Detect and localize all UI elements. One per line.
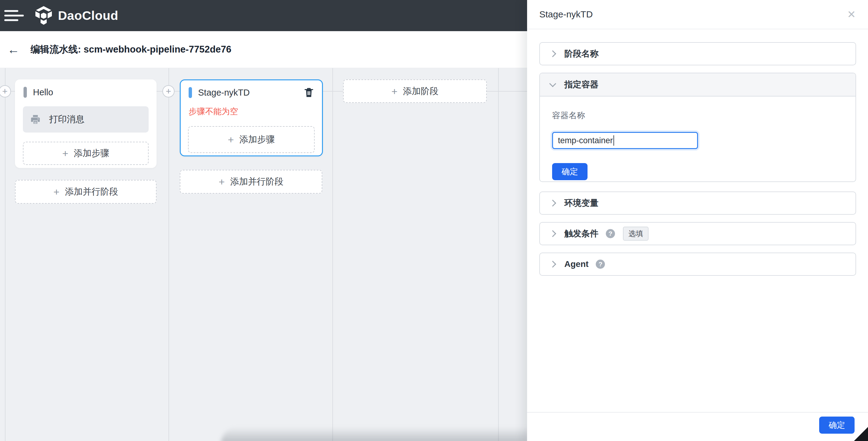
- drawer-title: Stage-nykTD: [539, 9, 593, 20]
- stage-name: Stage-nykTD: [198, 88, 250, 98]
- container-name-input[interactable]: temp-container: [552, 132, 698, 149]
- column-divider: [5, 68, 5, 441]
- drawer-footer-divider: [527, 412, 868, 413]
- daocloud-cube-icon: [34, 5, 53, 26]
- help-icon[interactable]: ?: [606, 229, 615, 238]
- stage-card-hello[interactable]: Hello 打印消息 + 添加步骤: [15, 80, 157, 168]
- section-container: 指定容器 容器名称 temp-container 确定: [539, 73, 856, 182]
- add-step-button[interactable]: + 添加步骤: [188, 126, 315, 153]
- stage-marker: [24, 87, 27, 98]
- connector-line: [322, 91, 344, 92]
- canvas-bottom-shadow: [221, 427, 529, 441]
- step-item-print-message[interactable]: 打印消息: [23, 106, 149, 133]
- step-label: 打印消息: [49, 113, 85, 125]
- plus-icon: +: [392, 86, 398, 96]
- section-agent-toggle[interactable]: Agent ?: [540, 253, 856, 275]
- add-parallel-stage-button[interactable]: + 添加并行阶段: [180, 170, 322, 194]
- drawer-confirm-button[interactable]: 确定: [819, 417, 855, 434]
- section-env-vars-toggle[interactable]: 环境变量: [540, 192, 856, 214]
- section-trigger-condition: 触发条件 ? 选填: [539, 222, 856, 245]
- stage-name: Hello: [33, 87, 53, 97]
- container-confirm-button[interactable]: 确定: [552, 163, 588, 180]
- brand-logo[interactable]: DaoCloud: [34, 5, 118, 26]
- page-title: 编辑流水线: scm-webhook-pipeline-7752de76: [31, 43, 231, 56]
- help-icon[interactable]: ?: [596, 260, 605, 269]
- text-cursor: [614, 135, 614, 146]
- menu-icon[interactable]: [4, 5, 26, 26]
- column-divider: [498, 68, 499, 441]
- plus-icon: +: [228, 135, 234, 145]
- stage-header: Stage-nykTD: [181, 80, 322, 98]
- printer-icon: [30, 114, 41, 125]
- section-container-body: 容器名称 temp-container 确定: [540, 96, 856, 182]
- stage-header: Hello: [16, 80, 156, 98]
- drawer-header: Stage-nykTD ✕: [527, 0, 868, 29]
- section-trigger-condition-toggle[interactable]: 触发条件 ? 选填: [540, 223, 856, 245]
- delete-stage-button[interactable]: [304, 87, 314, 98]
- column-divider: [332, 68, 333, 441]
- chevron-right-icon: [549, 261, 556, 268]
- column-divider: [168, 68, 169, 441]
- plus-icon: +: [54, 186, 60, 197]
- insert-stage-plus-icon[interactable]: +: [0, 85, 11, 97]
- container-name-label: 容器名称: [552, 110, 843, 121]
- optional-badge: 选填: [623, 227, 649, 241]
- add-parallel-stage-button[interactable]: + 添加并行阶段: [15, 180, 157, 204]
- chevron-right-icon: [549, 200, 556, 207]
- chevron-right-icon: [549, 50, 556, 57]
- resize-corner-grip[interactable]: [854, 427, 868, 441]
- stage-config-drawer: Stage-nykTD ✕ 阶段名称 指定容器 容器名称 temp-contai…: [527, 0, 868, 441]
- back-arrow-icon[interactable]: ←: [7, 43, 20, 56]
- insert-stage-plus-icon[interactable]: +: [162, 85, 175, 97]
- section-stage-name: 阶段名称: [539, 42, 856, 65]
- section-container-toggle[interactable]: 指定容器: [540, 73, 856, 96]
- section-env-vars: 环境变量: [539, 192, 856, 215]
- stage-card-stage-nyktd[interactable]: Stage-nykTD 步骤不能为空 + 添加步骤: [180, 80, 323, 156]
- section-stage-name-toggle[interactable]: 阶段名称: [540, 43, 856, 65]
- pipeline-editor: DaoCloud ← 编辑流水线: scm-webhook-pipeline-7…: [0, 0, 868, 441]
- connector-line: [487, 91, 527, 92]
- add-step-button[interactable]: + 添加步骤: [23, 142, 149, 165]
- plus-icon: +: [62, 148, 68, 158]
- close-icon[interactable]: ✕: [847, 9, 856, 20]
- add-stage-button[interactable]: + 添加阶段: [343, 80, 487, 103]
- plus-icon: +: [219, 177, 225, 187]
- section-agent: Agent ?: [539, 253, 856, 276]
- stage-error-text: 步骤不能为空: [181, 98, 322, 117]
- chevron-right-icon: [549, 230, 556, 237]
- chevron-down-icon: [549, 80, 556, 87]
- stage-marker: [189, 87, 192, 98]
- brand-name: DaoCloud: [58, 8, 118, 23]
